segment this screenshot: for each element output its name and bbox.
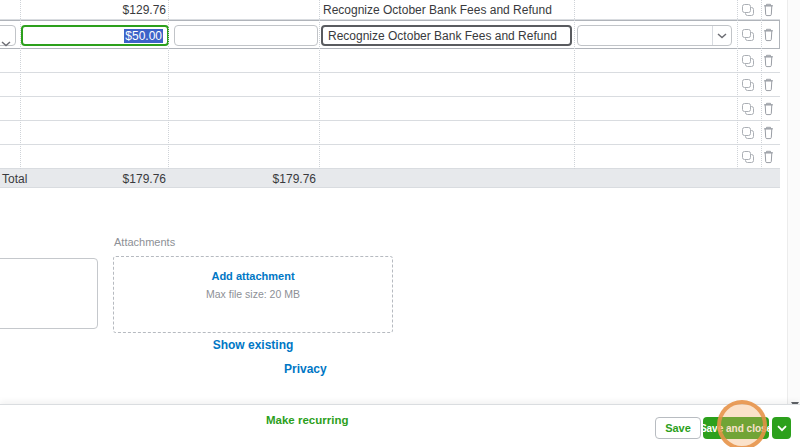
show-existing-link[interactable]: Show existing xyxy=(113,338,393,352)
add-attachment-link[interactable]: Add attachment xyxy=(114,270,392,282)
copy-row-icon[interactable] xyxy=(741,54,755,68)
total-credits: $179.76 xyxy=(170,172,316,186)
delete-row-icon[interactable] xyxy=(762,150,775,164)
make-recurring-button[interactable]: Make recurring xyxy=(266,414,348,426)
save-options-dropdown-button[interactable] xyxy=(772,417,791,439)
attachment-dropzone[interactable]: Add attachment Max file size: 20 MB xyxy=(113,256,393,333)
save-button[interactable]: Save xyxy=(655,417,701,439)
column-divider xyxy=(319,0,320,169)
table-row-active: $50.00 xyxy=(0,20,780,49)
privacy-link[interactable]: Privacy xyxy=(284,362,327,376)
empty-rows-container xyxy=(0,49,780,169)
table-row[interactable] xyxy=(0,49,780,73)
footer-bar: Make recurring Save Save and close xyxy=(0,404,800,447)
table-row[interactable] xyxy=(0,145,780,169)
column-divider xyxy=(761,0,762,169)
copy-row-icon[interactable] xyxy=(741,3,755,17)
table-row[interactable] xyxy=(0,73,780,97)
column-divider xyxy=(168,0,169,169)
copy-row-icon[interactable] xyxy=(741,78,755,92)
description-input[interactable] xyxy=(321,25,572,46)
column-divider xyxy=(737,0,738,169)
table-row[interactable]: $129.76 Recognize October Bank Fees and … xyxy=(0,0,780,20)
attachments-label: Attachments xyxy=(114,236,175,248)
memo-textarea[interactable] xyxy=(0,258,98,329)
delete-row-icon[interactable] xyxy=(762,78,775,92)
delete-row-icon[interactable] xyxy=(762,126,775,140)
table-row[interactable] xyxy=(0,121,780,145)
credits-input[interactable] xyxy=(174,25,318,46)
table-row[interactable] xyxy=(0,97,780,121)
copy-row-icon[interactable] xyxy=(741,150,755,164)
copy-row-icon[interactable] xyxy=(741,28,755,42)
debits-cell: $129.76 xyxy=(20,3,166,17)
delete-row-icon[interactable] xyxy=(762,102,775,116)
vertical-scrollbar[interactable] xyxy=(787,0,800,412)
column-divider xyxy=(20,0,21,169)
chevron-down-icon[interactable] xyxy=(712,26,731,45)
name-select[interactable] xyxy=(577,25,732,46)
delete-row-icon[interactable] xyxy=(762,3,775,17)
column-divider xyxy=(574,0,575,169)
total-debits: $179.76 xyxy=(20,172,166,186)
delete-row-icon[interactable] xyxy=(762,54,775,68)
account-select[interactable] xyxy=(0,25,16,46)
save-and-close-button[interactable]: Save and close xyxy=(703,417,769,439)
total-row: Total $179.76 $179.76 xyxy=(0,169,780,188)
selected-amount-text: $50.00 xyxy=(124,29,163,43)
journal-entry-screen: $129.76 Recognize October Bank Fees and … xyxy=(0,0,800,447)
max-file-size-text: Max file size: 20 MB xyxy=(114,288,392,300)
delete-row-icon[interactable] xyxy=(762,28,775,42)
copy-row-icon[interactable] xyxy=(741,126,755,140)
copy-row-icon[interactable] xyxy=(741,102,755,116)
journal-lines-table: $129.76 Recognize October Bank Fees and … xyxy=(0,0,780,188)
debits-input[interactable]: $50.00 xyxy=(21,25,169,46)
description-cell: Recognize October Bank Fees and Refund xyxy=(323,3,552,17)
